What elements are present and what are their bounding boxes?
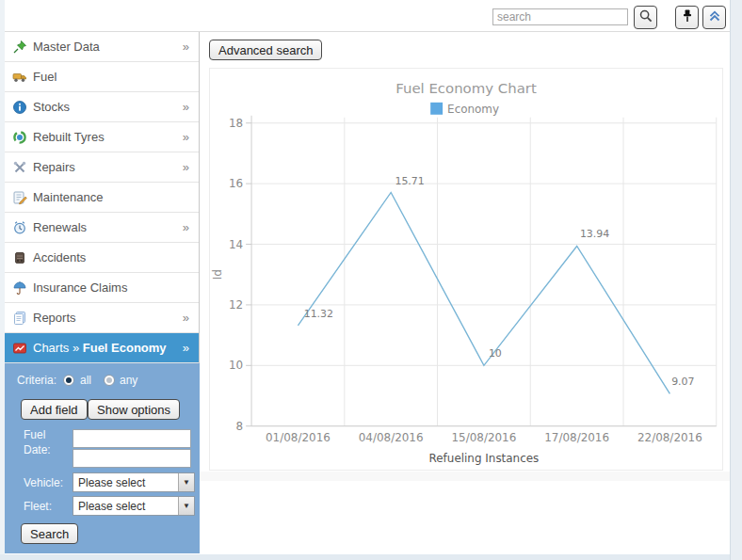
submenu-chevron: »	[183, 130, 189, 144]
criteria-all-radio[interactable]	[63, 375, 74, 386]
clipboard-icon	[12, 190, 27, 205]
search-submit-button[interactable]: Search	[21, 523, 78, 544]
sidebar-item-reports[interactable]: Reports »	[5, 303, 199, 333]
chart-panel: 8101214161801/08/201604/08/201615/08/201…	[209, 68, 723, 471]
sidebar-item-fuel[interactable]: Fuel	[5, 62, 199, 92]
criteria-all-label: all	[80, 374, 91, 387]
y-tick-label: 16	[229, 177, 243, 190]
submenu-chevron: »	[183, 341, 189, 355]
y-tick-label: 12	[229, 298, 243, 312]
sidebar-item-label: Fuel	[33, 70, 56, 84]
sidebar-item-label: Insurance Claims	[33, 280, 127, 295]
report-icon	[12, 311, 27, 326]
sidebar-item-charts-fuel-economy[interactable]: Charts » Fuel Economy »	[5, 333, 199, 363]
sidebar-item-label: Master Data	[33, 40, 100, 54]
clock-icon	[12, 220, 27, 235]
sidebar-item-insurance-claims[interactable]: Insurance Claims	[5, 273, 199, 303]
y-tick-label: 10	[229, 359, 243, 372]
chart-filter-panel: Criteria: all any Add field Show options…	[5, 363, 200, 553]
sidebar-item-label: Repairs	[33, 160, 75, 174]
fuel-date-from-input[interactable]	[73, 429, 191, 448]
add-field-button[interactable]: Add field	[21, 399, 88, 420]
sidebar-item-master-data[interactable]: Master Data »	[5, 32, 199, 62]
x-tick-label: 15/08/2016	[452, 431, 517, 444]
sidebar-item-maintenance[interactable]: Maintenance	[5, 183, 199, 213]
vehicle-select[interactable]: Please select ▼	[73, 472, 195, 492]
fuel-date-label: Fuel Date:	[24, 427, 69, 457]
x-tick-label: 22/08/2016	[637, 431, 702, 444]
point-label: 15.71	[395, 175, 424, 187]
x-axis-title: Refueling Instances	[429, 452, 540, 465]
search-icon	[638, 8, 653, 27]
dropdown-arrow-icon: ▼	[178, 497, 194, 515]
advanced-search-button[interactable]: Advanced search	[209, 40, 322, 60]
show-options-button[interactable]: Show options	[88, 399, 180, 420]
criteria-any-label: any	[120, 374, 137, 387]
top-bar	[5, 0, 730, 32]
point-label: 10	[489, 347, 502, 360]
x-tick-label: 04/08/2016	[359, 431, 424, 444]
y-axis-title: Id	[211, 269, 224, 280]
dropdown-arrow-icon: ▼	[178, 473, 194, 491]
content-divider	[200, 472, 730, 481]
submenu-chevron: »	[183, 160, 189, 174]
x-tick-label: 01/08/2016	[266, 431, 331, 444]
sidebar-item-label: Maintenance	[33, 190, 103, 204]
y-tick-label: 8	[236, 420, 244, 433]
sidebar-item-label: Stocks	[33, 100, 70, 114]
info-icon	[12, 100, 27, 115]
search-button[interactable]	[634, 6, 657, 29]
sidebar-item-stocks[interactable]: Stocks »	[5, 92, 199, 122]
submenu-chevron: »	[183, 311, 189, 325]
economy-line	[298, 192, 669, 393]
point-label: 9.07	[671, 376, 694, 388]
tools-icon	[12, 160, 27, 175]
sidebar-item-label: Accidents	[33, 250, 86, 264]
pin-icon	[12, 40, 27, 55]
point-label: 11.32	[304, 308, 333, 320]
submenu-chevron: »	[183, 40, 189, 54]
legend-swatch	[430, 103, 443, 115]
tyre-icon	[12, 130, 27, 145]
y-tick-label: 14	[229, 238, 243, 251]
sidebar-item-accidents[interactable]: Accidents	[5, 243, 199, 273]
app-window: Master Data » Fuel Stocks » Rebuilt Tyre…	[0, 0, 742, 560]
point-label: 13.94	[580, 228, 609, 240]
pushpin-icon	[680, 8, 695, 27]
fuel-truck-icon	[12, 70, 27, 85]
criteria-any-radio[interactable]	[104, 375, 115, 386]
bottom-border	[0, 554, 730, 560]
submenu-chevron: »	[183, 100, 189, 114]
vehicle-label: Vehicle:	[24, 476, 63, 489]
collapse-button[interactable]	[702, 6, 726, 29]
y-tick-label: 18	[229, 117, 243, 130]
criteria-label: Criteria:	[17, 374, 56, 387]
fuel-date-to-input[interactable]	[73, 449, 191, 468]
search-input[interactable]	[492, 8, 628, 25]
sidebar-item-renewals[interactable]: Renewals »	[5, 213, 199, 243]
fleet-label: Fleet:	[24, 500, 52, 513]
chart-title: Fuel Economy Chart	[395, 80, 537, 97]
sidebar-item-label: Reports	[33, 311, 76, 325]
collapse-icon	[707, 8, 722, 27]
fleet-select[interactable]: Please select ▼	[73, 496, 195, 516]
sidebar-item-rebuilt-tyres[interactable]: Rebuilt Tyres »	[5, 122, 199, 152]
accident-icon	[12, 250, 27, 265]
submenu-chevron: »	[183, 220, 189, 234]
sidebar-item-repairs[interactable]: Repairs »	[5, 152, 199, 183]
sidebar-item-label: Renewals	[33, 220, 87, 234]
active-item-label: Charts » Fuel Economy	[33, 341, 167, 355]
fuel-economy-chart: 8101214161801/08/201604/08/201615/08/201…	[210, 69, 722, 470]
chart-icon	[12, 341, 27, 356]
right-border	[730, 0, 742, 560]
sidebar-item-label: Rebuilt Tyres	[33, 130, 105, 144]
umbrella-icon	[12, 280, 27, 296]
legend-label: Economy	[447, 103, 499, 116]
x-tick-label: 17/08/2016	[544, 431, 609, 444]
pin-button[interactable]	[675, 6, 699, 29]
